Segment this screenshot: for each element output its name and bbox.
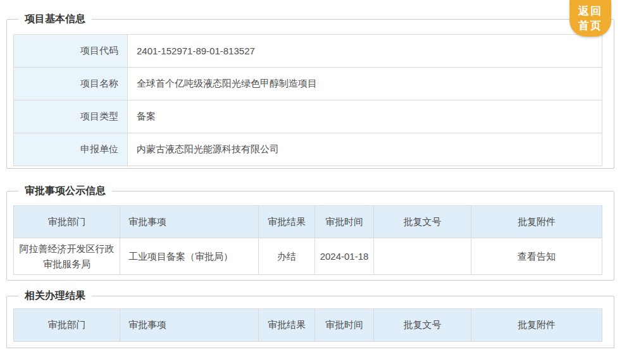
view-notice-link[interactable]: 查看告知 <box>518 251 556 262</box>
table-header-row: 审批部门 审批事项 审批结果 审批时间 批复文号 批复附件 <box>14 309 602 342</box>
basic-info-table: 项目代码 2401-152971-89-01-813527 项目名称 全球首个亿… <box>13 34 602 166</box>
cell-reply-attachment: 查看告知 <box>471 238 602 275</box>
field-label-project-type: 项目类型 <box>14 100 128 133</box>
table-row: 项目代码 2401-152971-89-01-813527 <box>14 35 602 68</box>
section-title-approval-publicity: 审批事项公示信息 <box>18 185 112 198</box>
field-label-project-code: 项目代码 <box>14 35 128 68</box>
header-approval-item: 审批事项 <box>120 309 259 342</box>
table-header-row: 审批部门 审批事项 审批结果 审批时间 批复文号 批复附件 <box>14 206 602 238</box>
header-approval-dept: 审批部门 <box>14 309 120 342</box>
field-value-project-type: 备案 <box>128 100 602 133</box>
cell-approval-result: 办结 <box>259 238 315 275</box>
cell-approval-time: 2024-01-18 <box>315 238 374 275</box>
field-value-project-code: 2401-152971-89-01-813527 <box>128 35 602 68</box>
related-results-table: 审批部门 审批事项 审批结果 审批时间 批复文号 批复附件 <box>13 308 602 342</box>
header-approval-item: 审批事项 <box>120 206 259 238</box>
header-reply-attachment: 批复附件 <box>471 206 602 238</box>
field-value-declaring-unit: 内蒙古液态阳光能源科技有限公司 <box>128 133 602 166</box>
header-reply-doc-no: 批复文号 <box>374 309 471 342</box>
header-reply-doc-no: 批复文号 <box>374 206 471 238</box>
field-label-declaring-unit: 申报单位 <box>14 133 128 166</box>
section-title-related-results: 相关办理结果 <box>18 289 92 303</box>
table-row: 阿拉善经济开发区行政审批服务局 工业项目备案（审批局） 办结 2024-01-1… <box>14 238 602 275</box>
section-basic-info: 项目基本信息 项目代码 2401-152971-89-01-813527 项目名… <box>6 19 614 169</box>
header-reply-attachment: 批复附件 <box>471 309 602 342</box>
table-row: 项目名称 全球首个亿吨级液态阳光绿色甲醇制造项目 <box>14 68 602 100</box>
cell-approval-dept: 阿拉善经济开发区行政审批服务局 <box>14 238 120 275</box>
field-label-project-name: 项目名称 <box>14 68 128 100</box>
header-approval-time: 审批时间 <box>315 206 374 238</box>
section-title-basic-info: 项目基本信息 <box>18 13 92 26</box>
field-value-project-name: 全球首个亿吨级液态阳光绿色甲醇制造项目 <box>128 68 602 100</box>
table-row: 申报单位 内蒙古液态阳光能源科技有限公司 <box>14 133 602 166</box>
project-publicity-page: { "back_button": { "line1": "返回", "line2… <box>0 0 622 364</box>
header-approval-result: 审批结果 <box>259 309 315 342</box>
back-button-label-line2: 首页 <box>569 19 611 33</box>
section-approval-publicity: 审批事项公示信息 审批部门 审批事项 审批结果 审批时间 批复文号 批复附件 阿… <box>6 191 614 281</box>
table-row: 项目类型 备案 <box>14 100 602 133</box>
cell-reply-doc-no <box>374 238 471 275</box>
back-to-home-button[interactable]: 返回 首页 <box>569 0 611 37</box>
header-approval-time: 审批时间 <box>315 309 374 342</box>
cell-approval-item: 工业项目备案（审批局） <box>120 238 259 275</box>
approval-publicity-table: 审批部门 审批事项 审批结果 审批时间 批复文号 批复附件 阿拉善经济开发区行政… <box>13 205 602 275</box>
back-button-label-line1: 返回 <box>569 4 611 19</box>
header-approval-result: 审批结果 <box>259 206 315 238</box>
header-approval-dept: 审批部门 <box>14 206 120 238</box>
section-related-results: 相关办理结果 审批部门 审批事项 审批结果 审批时间 批复文号 批复附件 <box>6 296 614 348</box>
